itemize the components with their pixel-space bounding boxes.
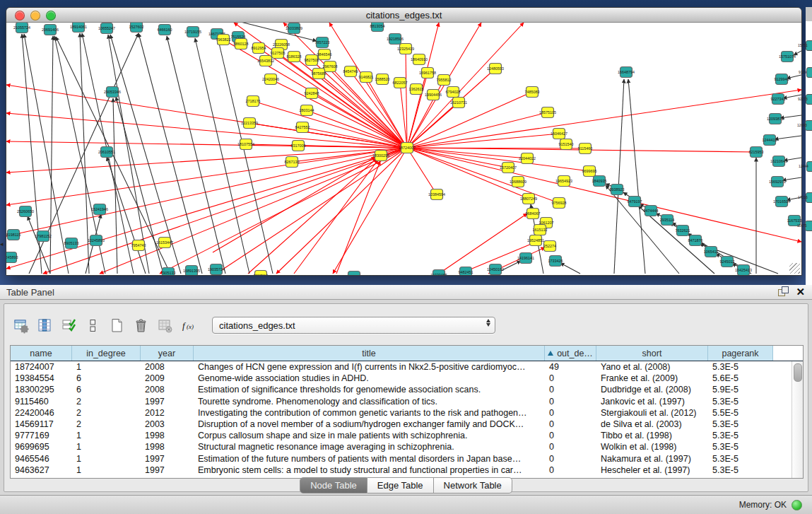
table-cell[interactable]: 5.3E-5	[708, 431, 773, 440]
unselect-all-button[interactable]	[83, 315, 102, 335]
table-cell[interactable]: 18724007	[11, 362, 72, 372]
network-canvas[interactable]: 2105572420691406189140611065524715276026…	[6, 23, 801, 275]
table-row[interactable]: 1938455462009Genome-wide association stu…	[11, 373, 803, 384]
table-cell[interactable]: 0	[545, 465, 596, 475]
table-cell[interactable]: 5.3E-5	[708, 362, 773, 372]
table-cell[interactable]: Tibbo et al. (1998)	[596, 431, 708, 440]
column-header-short[interactable]: short	[596, 346, 708, 361]
panel-collapse-handle[interactable]: ◂	[0, 241, 4, 247]
table-cell[interactable]: 9463627	[11, 465, 72, 475]
table-cell[interactable]: 0	[545, 454, 596, 464]
table-cell[interactable]: Investigating the contribution of common…	[194, 408, 545, 418]
table-row[interactable]: 969969511998Structural magnetic resonanc…	[11, 441, 803, 452]
table-cell[interactable]: de Silva et al. (2003)	[596, 419, 708, 429]
network-node[interactable]: 17016	[806, 192, 812, 203]
network-edge[interactable]	[407, 148, 508, 168]
table-cell[interactable]: Jankovic et al. (1997)	[596, 397, 708, 407]
network-edge[interactable]	[628, 79, 645, 274]
table-cell[interactable]: 1	[72, 454, 141, 464]
table-cell[interactable]: 0	[545, 431, 596, 440]
table-cell[interactable]: 2012	[141, 408, 194, 418]
table-cell[interactable]: 2008	[141, 385, 194, 395]
network-edge[interactable]	[312, 93, 407, 148]
network-edge[interactable]	[775, 136, 801, 139]
table-cell[interactable]: Dudbridge et al. (2008)	[596, 385, 708, 395]
table-cell[interactable]: 5.3E-5	[708, 465, 773, 475]
network-edge[interactable]	[248, 158, 377, 274]
network-edge[interactable]	[307, 110, 407, 148]
network-node[interactable]: 11675	[805, 221, 812, 231]
network-edge[interactable]	[407, 92, 532, 148]
network-edge[interactable]	[167, 36, 225, 274]
table-cell[interactable]: 0	[545, 397, 596, 407]
table-cell[interactable]: 1997	[141, 465, 194, 475]
table-cell[interactable]: 1997	[141, 454, 194, 464]
table-row[interactable]: 977716911998Corpus callosum shape and si…	[11, 430, 803, 441]
table-cell[interactable]: 0	[545, 419, 596, 429]
table-cell[interactable]: 2003	[141, 419, 194, 429]
select-all-button[interactable]	[59, 315, 78, 335]
table-cell[interactable]: 1997	[141, 397, 194, 407]
table-cell[interactable]: 1998	[141, 442, 194, 452]
table-cell[interactable]: 5.3E-5	[708, 419, 773, 429]
column-header-in_degree[interactable]: in_degree	[72, 346, 141, 361]
table-cell[interactable]: 5.6E-5	[708, 373, 773, 383]
table-cell[interactable]: Disruption of a novel member of a sodium…	[194, 419, 545, 429]
table-row[interactable]: 1456911722003Disruption of a novel membe…	[11, 419, 803, 430]
network-edge[interactable]	[28, 216, 50, 274]
table-source-select[interactable]: citations_edges.txt	[212, 317, 495, 334]
table-cell[interactable]: 1	[72, 362, 141, 372]
table-cell[interactable]: 2	[72, 408, 141, 418]
table-cell[interactable]: 2008	[141, 362, 194, 372]
table-cell[interactable]: 5.5E-5	[708, 408, 773, 418]
table-scrollbar-thumb[interactable]	[794, 363, 802, 382]
network-node[interactable]: 15751	[806, 40, 812, 51]
close-window-icon[interactable]	[15, 11, 25, 21]
table-cell[interactable]: Nakamura et al. (1997)	[596, 454, 708, 464]
background-window-sliver[interactable]: 1575191299227312093124441701611675	[806, 7, 812, 288]
minimize-window-icon[interactable]	[30, 11, 40, 21]
table-cell[interactable]: 22420046	[11, 408, 72, 418]
column-header-name[interactable]: name	[11, 346, 72, 361]
table-cell[interactable]: 9777169	[11, 431, 72, 440]
network-edge[interactable]	[407, 148, 437, 194]
column-header-out_de[interactable]: out_de…	[545, 346, 596, 361]
table-cell[interactable]: 0	[545, 408, 596, 418]
table-cell[interactable]: 2	[72, 419, 141, 429]
network-edge[interactable]	[195, 38, 249, 274]
table-cell[interactable]: Estimation of the future numbers of pati…	[194, 454, 545, 464]
table-cell[interactable]: 2009	[141, 373, 194, 383]
table-cell[interactable]: 1	[72, 465, 141, 475]
table-cell[interactable]: Estimation of significance thresholds fo…	[194, 385, 545, 395]
network-edge[interactable]	[407, 69, 495, 148]
table-cell[interactable]: 9115460	[11, 397, 72, 407]
table-cell[interactable]: 0	[545, 385, 596, 395]
new-table-button[interactable]	[107, 315, 126, 335]
table-cell[interactable]: 49	[545, 362, 596, 372]
table-cell[interactable]: Yano et al. (2008)	[596, 362, 708, 372]
tab-node-table[interactable]: Node Table	[300, 477, 367, 493]
table-cell[interactable]: Tourette syndrome. Phenomenology and cla…	[194, 397, 545, 407]
tab-edge-table[interactable]: Edge Table	[367, 477, 434, 493]
table-cell[interactable]: 1998	[141, 431, 194, 440]
table-cell[interactable]: 5.9E-5	[708, 385, 773, 395]
float-panel-icon[interactable]	[778, 286, 789, 297]
table-settings-button[interactable]	[11, 315, 30, 335]
table-cell[interactable]: 9465546	[11, 454, 72, 464]
network-node[interactable]: 12444	[806, 161, 812, 172]
table-cell[interactable]: Wolkin et al. (1998)	[596, 442, 708, 452]
table-row[interactable]: 911546021997Tourette syndrome. Phenomeno…	[11, 396, 803, 407]
column-header-pagerank[interactable]: pagerank	[708, 346, 773, 361]
table-cell[interactable]: Structural magnetic resonance image aver…	[194, 442, 545, 452]
window-resize-grip[interactable]	[789, 263, 800, 274]
memory-ok-indicator[interactable]	[792, 500, 802, 510]
network-node[interactable]: 9129	[806, 67, 812, 78]
function-builder-button[interactable]: f(x)	[180, 315, 198, 335]
table-cell[interactable]: 14569117	[11, 419, 72, 429]
table-cell[interactable]: 0	[545, 442, 596, 452]
network-node[interactable]: 92273	[806, 94, 812, 105]
table-row[interactable]: 946554611997Estimation of the future num…	[11, 453, 803, 465]
table-cell[interactable]: Stergiakouli et al. (2012)	[596, 408, 708, 418]
network-edge[interactable]	[407, 148, 801, 242]
zoom-window-icon[interactable]	[46, 11, 56, 21]
